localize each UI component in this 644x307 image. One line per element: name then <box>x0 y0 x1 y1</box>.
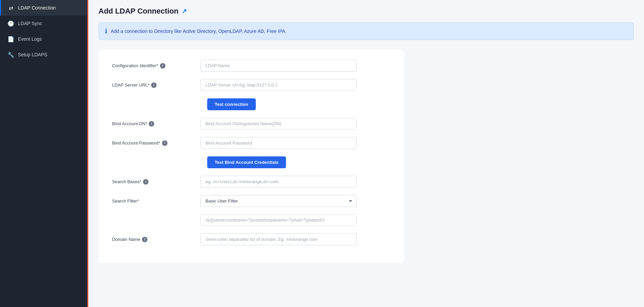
bind-account-dn-info[interactable]: i <box>149 121 154 127</box>
ldap-server-url-row: LDAP Server URL* i <box>112 79 391 91</box>
test-connection-row: Test connection <box>112 98 391 110</box>
ldap-server-url-input[interactable] <box>200 79 357 91</box>
search-filter-label: Search Filter* <box>112 198 194 204</box>
search-filter-row: Search Filter* Basic User Filter Custom … <box>112 195 391 207</box>
bind-account-password-label: Bind Account Password* i <box>112 140 194 146</box>
bind-account-dn-row: Bind Account DN* i <box>112 118 391 130</box>
bind-account-dn-input[interactable] <box>200 118 357 130</box>
sidebar-item-event-logs[interactable]: 📄 Event Logs <box>0 31 87 47</box>
page-title: Add LDAP Connection ↗ <box>99 7 634 16</box>
test-bind-account-credentials-button[interactable]: Test Bind Account Credentials <box>207 156 286 168</box>
main-content: Add LDAP Connection ↗ ℹ Add a connection… <box>88 0 644 307</box>
sidebar-item-label: Event Logs <box>18 36 42 42</box>
bind-account-password-row: Bind Account Password* i <box>112 137 391 149</box>
sidebar-item-label: LDAP Sync <box>18 21 42 26</box>
sidebar-item-ldap-sync[interactable]: 🕐 LDAP Sync <box>0 16 87 31</box>
sidebar-item-label: Setup LDAPS <box>18 52 47 57</box>
filter-text-input[interactable] <box>200 214 357 226</box>
configuration-identifier-input[interactable] <box>200 60 357 72</box>
search-bases-label: Search Bases* i <box>112 179 194 185</box>
configuration-identifier-label: Configuration Identifier* i <box>112 63 194 69</box>
search-filter-select[interactable]: Basic User Filter Custom Filter <box>200 195 357 207</box>
info-banner-text: Add a connection to Directory like Activ… <box>111 28 286 34</box>
form-container: Configuration Identifier* i LDAP Server … <box>99 50 404 263</box>
test-connection-button[interactable]: Test connection <box>207 98 256 110</box>
test-bind-row: Test Bind Account Credentials <box>112 156 391 168</box>
wrench-icon: 🔧 <box>8 52 14 58</box>
sidebar: ⇄ LDAP Connection 🕐 LDAP Sync 📄 Event Lo… <box>0 0 88 307</box>
search-bases-info[interactable]: i <box>143 179 148 185</box>
sidebar-item-label: LDAP Connection <box>18 5 56 11</box>
domain-name-label: Domain Name i <box>112 237 194 242</box>
sidebar-item-ldap-connection[interactable]: ⇄ LDAP Connection <box>0 0 87 16</box>
ldap-server-url-info[interactable]: i <box>151 82 157 88</box>
domain-name-info[interactable]: i <box>142 237 147 242</box>
document-icon: 📄 <box>8 36 14 42</box>
bind-account-password-info[interactable]: i <box>162 140 167 146</box>
bind-account-dn-label: Bind Account DN* i <box>112 121 194 127</box>
search-bases-input[interactable] <box>200 176 357 188</box>
info-banner: ℹ Add a connection to Directory like Act… <box>99 22 634 40</box>
configuration-identifier-info[interactable]: i <box>160 63 165 69</box>
domain-name-input[interactable] <box>200 233 357 245</box>
arrows-icon: ⇄ <box>8 5 14 11</box>
ldap-server-url-label: LDAP Server URL* i <box>112 82 194 88</box>
sidebar-item-setup-ldaps[interactable]: 🔧 Setup LDAPS <box>0 47 87 62</box>
external-link-icon[interactable]: ↗ <box>182 7 187 15</box>
search-bases-row: Search Bases* i <box>112 176 391 188</box>
clock-icon: 🕐 <box>8 20 14 26</box>
bind-account-password-input[interactable] <box>200 137 357 149</box>
filter-text-row <box>112 214 391 226</box>
info-icon: ℹ <box>105 27 107 35</box>
configuration-identifier-row: Configuration Identifier* i <box>112 60 391 72</box>
domain-name-row: Domain Name i <box>112 233 391 245</box>
